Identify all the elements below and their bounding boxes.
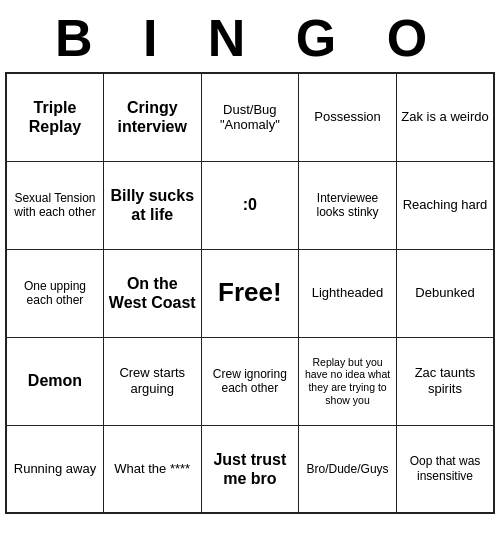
bingo-cell-1-2: :0 xyxy=(201,161,299,249)
bingo-cell-4-0: Running away xyxy=(6,425,103,513)
bingo-grid: Triple ReplayCringy interviewDust/Bug "A… xyxy=(5,72,495,514)
bingo-cell-2-4: Debunked xyxy=(396,249,494,337)
bingo-cell-2-1: On the West Coast xyxy=(103,249,201,337)
bingo-cell-0-4: Zak is a weirdo xyxy=(396,73,494,161)
bingo-cell-3-1: Crew starts arguing xyxy=(103,337,201,425)
bingo-cell-2-3: Lightheaded xyxy=(299,249,397,337)
bingo-cell-1-3: Interviewee looks stinky xyxy=(299,161,397,249)
bingo-cell-4-4: Oop that was insensitive xyxy=(396,425,494,513)
bingo-cell-3-0: Demon xyxy=(6,337,103,425)
bingo-title: B I N G O xyxy=(0,0,500,72)
bingo-cell-3-4: Zac taunts spirits xyxy=(396,337,494,425)
bingo-cell-4-3: Bro/Dude/Guys xyxy=(299,425,397,513)
bingo-cell-3-2: Crew ignoring each other xyxy=(201,337,299,425)
bingo-cell-0-0: Triple Replay xyxy=(6,73,103,161)
bingo-cell-0-2: Dust/Bug "Anomaly" xyxy=(201,73,299,161)
bingo-cell-3-3: Replay but you have no idea what they ar… xyxy=(299,337,397,425)
bingo-cell-4-1: What the **** xyxy=(103,425,201,513)
bingo-cell-2-2: Free! xyxy=(201,249,299,337)
bingo-cell-0-1: Cringy interview xyxy=(103,73,201,161)
bingo-cell-0-3: Possession xyxy=(299,73,397,161)
bingo-cell-2-0: One upping each other xyxy=(6,249,103,337)
bingo-cell-1-4: Reaching hard xyxy=(396,161,494,249)
bingo-cell-4-2: Just trust me bro xyxy=(201,425,299,513)
bingo-cell-1-0: Sexual Tension with each other xyxy=(6,161,103,249)
bingo-cell-1-1: Billy sucks at life xyxy=(103,161,201,249)
